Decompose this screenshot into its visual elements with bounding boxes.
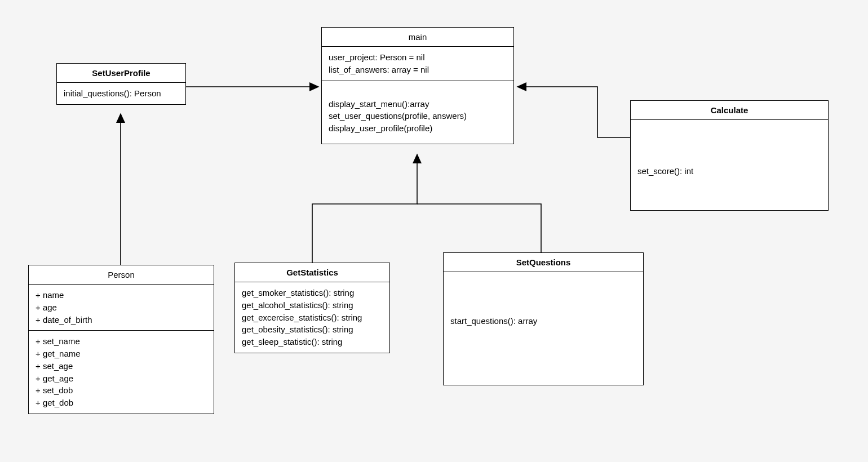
- attribute: + date_of_birth: [36, 314, 207, 326]
- attribute: + name: [36, 289, 207, 301]
- class-methods: get_smoker_statistics(): string get_alco…: [235, 282, 389, 353]
- method: + set_dob: [36, 384, 207, 397]
- arrow-getstatistics-to-main: [312, 154, 417, 263]
- class-methods: display_start_menu():array set_user_ques…: [322, 81, 513, 144]
- class-title: SetQuestions: [444, 253, 643, 272]
- class-calculate: Calculate set_score(): int: [630, 100, 829, 211]
- class-set-user-profile: SetUserProfile initial_questions(): Pers…: [56, 63, 186, 105]
- method: start_questions(): array: [450, 315, 636, 327]
- method: get_excercise_statistics(): string: [242, 312, 383, 324]
- class-title: Person: [29, 265, 214, 285]
- arrow-setquestions-to-main-branch: [417, 204, 541, 252]
- method: display_start_menu():array: [329, 98, 507, 110]
- method: set_user_questions(profile, answers): [329, 110, 507, 122]
- class-methods: + set_name + get_name + set_age + get_ag…: [29, 331, 214, 414]
- method: + get_age: [36, 372, 207, 385]
- class-set-questions: SetQuestions start_questions(): array: [443, 252, 644, 385]
- class-title: GetStatistics: [235, 263, 389, 282]
- diagram-canvas: SetUserProfile initial_questions(): Pers…: [0, 0, 868, 462]
- class-get-statistics: GetStatistics get_smoker_statistics(): s…: [234, 263, 390, 353]
- class-methods: start_questions(): array: [444, 272, 643, 332]
- method: initial_questions(): Person: [64, 87, 179, 100]
- method: get_alcohol_statistics(): string: [242, 299, 383, 312]
- class-attributes: user_project: Person = nil list_of_answe…: [322, 47, 513, 81]
- attribute: user_project: Person = nil: [329, 51, 507, 64]
- class-methods: initial_questions(): Person: [57, 83, 185, 104]
- method: get_sleep_statistic(): string: [242, 336, 383, 348]
- method: + set_name: [36, 335, 207, 348]
- class-person: Person + name + age + date_of_birth + se…: [28, 265, 214, 414]
- class-title: main: [322, 28, 513, 47]
- class-title: SetUserProfile: [57, 64, 185, 83]
- method: + get_name: [36, 348, 207, 360]
- class-methods: set_score(): int: [631, 120, 828, 182]
- attribute: list_of_answers: array = nil: [329, 64, 507, 76]
- attribute: + age: [36, 301, 207, 314]
- class-title: Calculate: [631, 101, 828, 120]
- method: + get_dob: [36, 397, 207, 409]
- class-main: main user_project: Person = nil list_of_…: [321, 27, 514, 144]
- method: get_obesity_statistics(): string: [242, 323, 383, 336]
- class-attributes: + name + age + date_of_birth: [29, 285, 214, 331]
- method: display_user_profile(profile): [329, 122, 507, 135]
- arrow-calculate-to-main: [517, 87, 630, 137]
- method: set_score(): int: [637, 165, 821, 177]
- method: get_smoker_statistics(): string: [242, 287, 383, 299]
- method: + set_age: [36, 360, 207, 372]
